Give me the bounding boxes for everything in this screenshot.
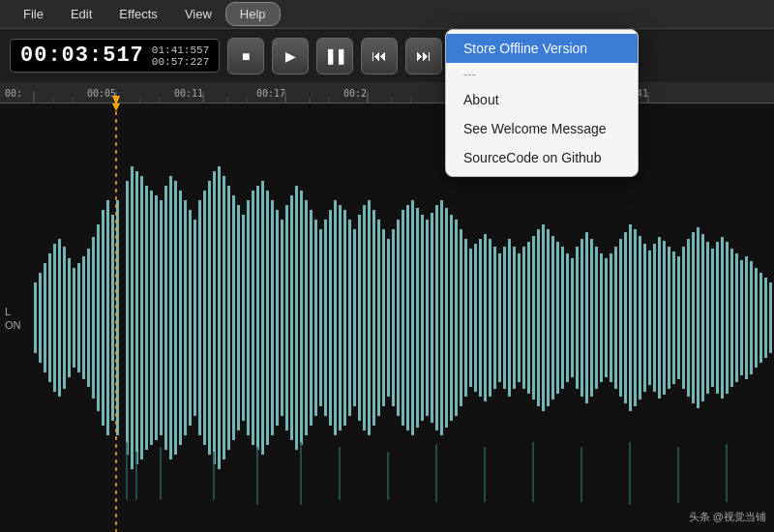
svg-rect-173 <box>750 261 753 374</box>
time-main: 00:03:517 <box>20 44 144 68</box>
svg-rect-123 <box>508 239 511 397</box>
svg-rect-148 <box>629 224 632 411</box>
svg-rect-72 <box>261 181 264 455</box>
svg-rect-29 <box>48 253 51 382</box>
svg-rect-35 <box>77 263 80 372</box>
svg-rect-180 <box>160 447 162 500</box>
pause-icon: ❚❚ <box>324 46 345 65</box>
svg-rect-94 <box>368 200 371 435</box>
svg-rect-46 <box>135 171 138 464</box>
svg-rect-112 <box>455 220 458 416</box>
svg-rect-80 <box>300 191 303 445</box>
svg-rect-141 <box>595 247 598 389</box>
svg-rect-98 <box>387 239 390 397</box>
svg-rect-176 <box>764 278 767 358</box>
svg-text:00:2: 00:2 <box>343 88 367 99</box>
svg-rect-160 <box>687 239 690 397</box>
svg-rect-102 <box>406 205 409 430</box>
svg-rect-49 <box>150 191 153 445</box>
svg-rect-83 <box>314 220 317 416</box>
menu-edit[interactable]: Edit <box>57 3 105 25</box>
svg-rect-26 <box>34 282 37 353</box>
svg-rect-40 <box>102 210 104 426</box>
stop-button[interactable]: ■ <box>227 38 264 74</box>
svg-rect-178 <box>126 442 128 500</box>
svg-rect-97 <box>382 229 385 406</box>
svg-rect-192 <box>726 444 728 502</box>
svg-rect-130 <box>542 224 545 411</box>
svg-text:00:: 00: <box>5 88 22 99</box>
svg-rect-111 <box>450 215 453 421</box>
svg-rect-38 <box>92 237 95 399</box>
svg-rect-106 <box>426 220 429 416</box>
svg-rect-134 <box>561 247 564 389</box>
svg-rect-88 <box>339 205 342 430</box>
menu-view[interactable]: View <box>171 3 225 25</box>
svg-rect-168 <box>726 242 729 394</box>
svg-rect-116 <box>474 244 477 392</box>
svg-rect-170 <box>735 253 738 382</box>
play-icon: ▶ <box>285 48 296 64</box>
svg-rect-171 <box>740 260 743 375</box>
svg-rect-33 <box>68 258 71 377</box>
menu-welcome[interactable]: See Welcome Message <box>446 114 638 143</box>
svg-rect-187 <box>484 447 486 502</box>
svg-rect-119 <box>489 239 491 397</box>
svg-rect-182 <box>256 447 258 505</box>
menu-store-offline[interactable]: Store Offline Version <box>446 34 638 63</box>
svg-rect-104 <box>416 208 419 428</box>
svg-rect-157 <box>672 251 675 384</box>
stop-icon: ■ <box>242 48 250 64</box>
waveform-svg <box>0 103 774 532</box>
svg-rect-86 <box>329 210 332 426</box>
pause-button[interactable]: ❚❚ <box>316 38 353 74</box>
svg-rect-57 <box>189 210 192 426</box>
svg-rect-159 <box>682 247 685 389</box>
svg-rect-152 <box>648 251 651 385</box>
svg-rect-65 <box>227 186 230 450</box>
svg-rect-70 <box>252 191 254 445</box>
svg-rect-96 <box>377 220 380 416</box>
svg-rect-53 <box>169 176 172 459</box>
menu-source[interactable]: SourceCode on Github <box>446 143 638 172</box>
svg-rect-190 <box>629 442 631 505</box>
svg-rect-161 <box>692 232 695 403</box>
channel-l: L <box>5 305 11 316</box>
svg-rect-137 <box>576 247 579 389</box>
svg-rect-122 <box>503 247 506 389</box>
svg-rect-28 <box>44 263 46 372</box>
svg-rect-34 <box>73 268 75 368</box>
time-secondary-1: 01:41:557 <box>152 44 209 56</box>
svg-rect-117 <box>479 239 482 397</box>
waveform-canvas[interactable]: L ON <box>0 103 774 532</box>
svg-rect-115 <box>469 249 472 387</box>
menubar: File Edit Effects View Help <box>0 0 774 29</box>
menu-separator: --- <box>446 63 638 85</box>
svg-rect-110 <box>445 208 448 428</box>
svg-rect-150 <box>639 236 641 399</box>
svg-rect-39 <box>97 224 100 411</box>
svg-rect-147 <box>624 232 627 403</box>
skip-back-button[interactable]: ⏮ <box>361 38 398 74</box>
menu-effects[interactable]: Effects <box>105 3 171 25</box>
svg-rect-164 <box>706 242 709 394</box>
svg-rect-132 <box>551 236 554 399</box>
menu-help[interactable]: Help <box>225 2 281 26</box>
svg-rect-120 <box>493 247 496 389</box>
svg-rect-93 <box>363 205 366 430</box>
svg-rect-55 <box>179 191 182 445</box>
svg-rect-167 <box>721 237 724 399</box>
svg-rect-151 <box>643 244 646 392</box>
svg-rect-91 <box>353 229 356 406</box>
svg-rect-136 <box>571 258 574 377</box>
play-button[interactable]: ▶ <box>272 38 309 74</box>
menu-about[interactable]: About <box>446 85 638 114</box>
svg-rect-144 <box>610 253 612 382</box>
svg-rect-128 <box>532 236 535 399</box>
svg-rect-139 <box>585 232 588 403</box>
svg-rect-172 <box>745 256 748 379</box>
skip-forward-button[interactable]: ⏭ <box>405 38 442 74</box>
svg-rect-146 <box>619 239 622 397</box>
menu-file[interactable]: File <box>10 3 57 25</box>
svg-rect-85 <box>324 220 327 416</box>
